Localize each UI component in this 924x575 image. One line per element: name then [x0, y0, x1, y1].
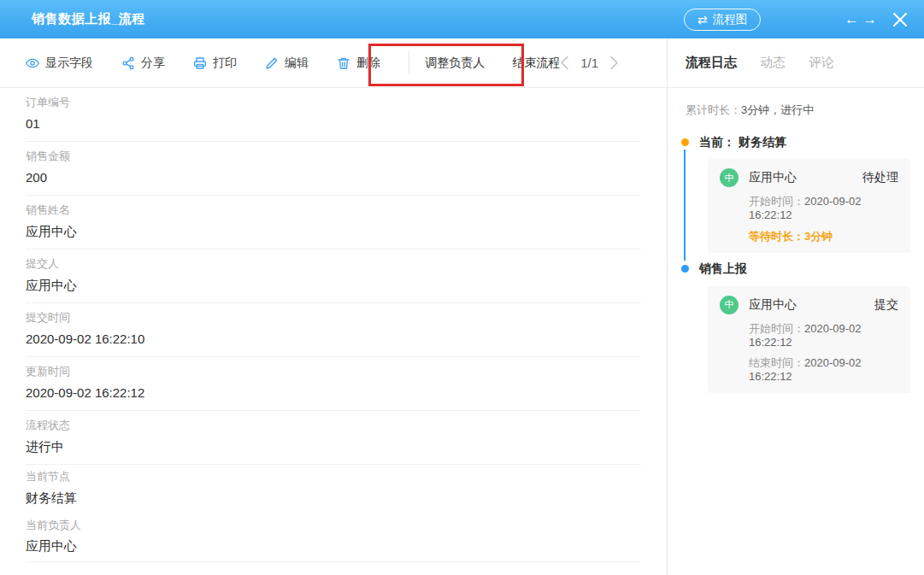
- toolbar-item-delete[interactable]: 删除: [337, 56, 380, 71]
- tab-comments[interactable]: 评论: [809, 55, 834, 71]
- wait-duration-label: 等待时长：: [749, 230, 804, 243]
- close-icon: [892, 12, 908, 27]
- chevron-right-icon: [609, 56, 619, 70]
- tab-process-log[interactable]: 流程日志: [686, 55, 737, 71]
- share-icon: [121, 56, 135, 70]
- panel-tabs: 流程日志 动态 评论: [668, 38, 924, 88]
- field-value: 200: [26, 170, 641, 185]
- assignee-name: 应用中心: [749, 170, 797, 185]
- status-badge: 提交: [874, 297, 898, 313]
- toolbar: 显示字段 分享 打印 编辑 删除: [0, 38, 667, 88]
- pencil-icon: [265, 56, 279, 70]
- field-label: 提交人: [26, 258, 641, 271]
- timeline-node-completed: 销售上报 中 应用中心 提交 开始时间：2020-09-02 16:22:12 …: [681, 261, 910, 393]
- field-row: 更新时间 2020-09-02 16:22:12: [26, 357, 641, 411]
- field-row: 提交人 应用中心: [26, 249, 641, 303]
- field-row: 当前负责人 应用中心: [26, 513, 641, 563]
- duration-summary-label: 累计时长：: [686, 103, 741, 116]
- duration-summary: 累计时长：3分钟，进行中: [686, 103, 910, 117]
- pagination: 1/1: [560, 56, 619, 70]
- toolbar-label-delete: 删除: [356, 56, 380, 71]
- next-record-arrow-icon[interactable]: →: [861, 12, 879, 26]
- field-label: 销售金额: [26, 150, 641, 163]
- end-time-label: 结束时间：: [749, 356, 804, 369]
- toolbar-label-print: 打印: [213, 56, 237, 71]
- field-row: 当前节点 财务结算: [26, 465, 641, 513]
- field-list: 订单编号 01 销售金额 200 销售姓名 应用中心 提交人 应用中心 提交时间…: [0, 88, 667, 562]
- process-timeline: 当前： 财务结算 中 应用中心 待处理 开始时间：2020-09-02 16:2…: [681, 135, 910, 394]
- dialog-header: 销售数据上报_流程 ⇄ 流程图 ← →: [0, 0, 924, 38]
- field-row: 销售姓名 应用中心: [26, 196, 641, 249]
- timeline-card: 中 应用中心 提交 开始时间：2020-09-02 16:22:12 结束时间：…: [708, 286, 910, 393]
- trash-icon: [337, 56, 350, 70]
- prev-record-arrow-icon[interactable]: ←: [843, 12, 861, 26]
- field-label: 销售姓名: [26, 204, 641, 217]
- toolbar-label-show-fields: 显示字段: [45, 56, 93, 71]
- printer-icon: [193, 56, 207, 70]
- start-time-line: 开始时间：2020-09-02 16:22:12: [749, 195, 898, 221]
- field-value: 2020-09-02 16:22:12: [26, 385, 641, 401]
- timeline-card-head: 中 应用中心 待处理: [720, 168, 898, 187]
- field-label: 更新时间: [26, 366, 641, 378]
- page-title: 销售数据上报_流程: [32, 11, 145, 27]
- avatar: 中: [720, 296, 739, 314]
- field-label: 流程状态: [26, 420, 641, 432]
- detail-main: 显示字段 分享 打印 编辑 删除: [0, 38, 667, 575]
- toolbar-item-share[interactable]: 分享: [121, 56, 165, 71]
- process-log-panel: 流程日志 动态 评论 累计时长：3分钟，进行中 当前： 财务结算 中 应用中心 …: [667, 38, 924, 575]
- timeline-node-title: 当前： 财务结算: [699, 135, 910, 150]
- field-row: 流程状态 进行中: [26, 411, 641, 465]
- toolbar-item-edit[interactable]: 编辑: [265, 56, 309, 71]
- flowchart-button-label: 流程图: [713, 12, 748, 27]
- timeline-card: 中 应用中心 待处理 开始时间：2020-09-02 16:22:12 等待时长…: [708, 159, 910, 253]
- field-label: 订单编号: [26, 97, 641, 109]
- field-value: 应用中心: [26, 224, 641, 239]
- field-value: 01: [26, 116, 641, 132]
- field-value: 财务结算: [26, 490, 641, 506]
- process-log-body: 累计时长：3分钟，进行中 当前： 财务结算 中 应用中心 待处理 开始时间：20…: [668, 88, 924, 393]
- field-label: 提交时间: [26, 312, 641, 325]
- status-badge: 待处理: [862, 170, 898, 185]
- completed-node-dot-icon: [681, 265, 689, 273]
- page-indicator: 1/1: [580, 56, 598, 70]
- timeline-card-head: 中 应用中心 提交: [720, 296, 898, 314]
- assignee-name: 应用中心: [749, 297, 797, 313]
- field-row: 销售金额 200: [26, 142, 641, 196]
- wait-duration-value: 3分钟: [804, 230, 833, 243]
- wait-duration-line: 等待时长：3分钟: [749, 230, 898, 243]
- flowchart-icon: ⇄: [697, 14, 708, 26]
- field-value: 进行中: [26, 439, 641, 455]
- field-row: 提交时间 2020-09-02 16:22:10: [26, 303, 641, 357]
- field-value: 应用中心: [26, 278, 641, 293]
- field-label: 当前节点: [26, 471, 641, 484]
- timeline-connector: [684, 150, 686, 261]
- avatar: 中: [720, 168, 739, 187]
- field-row: 订单编号 01: [26, 88, 641, 142]
- eye-icon: [26, 56, 39, 70]
- field-label: 当前负责人: [26, 519, 641, 532]
- end-process-button[interactable]: 结束流程: [512, 56, 560, 71]
- end-time-line: 结束时间：2020-09-02 16:22:12: [749, 356, 898, 383]
- close-button[interactable]: [886, 0, 915, 38]
- current-node-dot-icon: [681, 138, 689, 146]
- tab-activity[interactable]: 动态: [760, 55, 786, 71]
- start-time-label: 开始时间：: [749, 195, 804, 208]
- next-page-button[interactable]: [609, 56, 619, 70]
- duration-summary-value: 3分钟，进行中: [741, 103, 814, 116]
- chevron-left-icon: [560, 56, 569, 70]
- toolbar-item-show-fields[interactable]: 显示字段: [26, 56, 93, 71]
- adjust-owner-button[interactable]: 调整负责人: [425, 56, 485, 71]
- start-time-line: 开始时间：2020-09-02 16:22:12: [749, 322, 898, 349]
- toolbar-label-share: 分享: [141, 56, 165, 71]
- start-time-label: 开始时间：: [749, 322, 804, 335]
- prev-page-button[interactable]: [560, 56, 569, 70]
- field-value: 2020-09-02 16:22:10: [26, 332, 641, 347]
- timeline-node-current: 当前： 财务结算 中 应用中心 待处理 开始时间：2020-09-02 16:2…: [681, 135, 910, 254]
- field-value: 应用中心: [26, 538, 641, 554]
- timeline-node-title: 销售上报: [699, 261, 910, 276]
- flowchart-button[interactable]: ⇄ 流程图: [684, 9, 761, 31]
- nav-arrows: ← →: [843, 0, 879, 38]
- toolbar-item-print[interactable]: 打印: [193, 56, 237, 71]
- toolbar-label-edit: 编辑: [285, 56, 309, 71]
